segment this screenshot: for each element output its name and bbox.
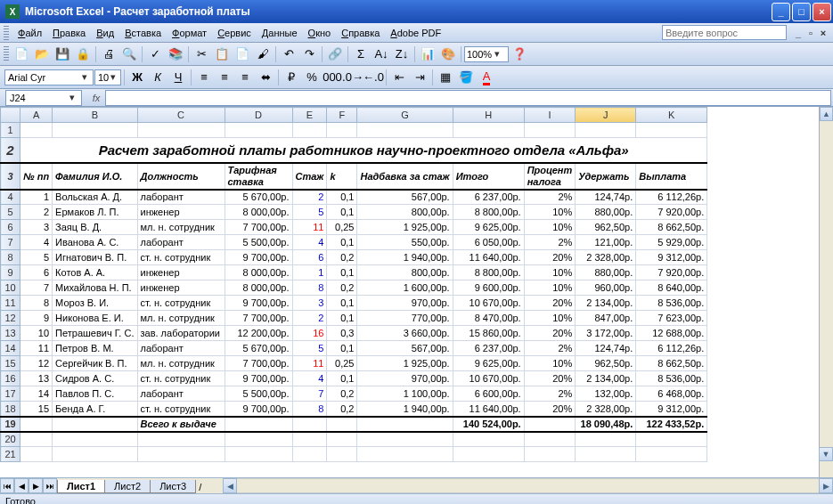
cell[interactable]: 567,00р. xyxy=(357,341,453,356)
cell[interactable]: 2% xyxy=(524,341,576,356)
cell[interactable]: 10% xyxy=(524,356,576,371)
cell[interactable]: 11 640,00р. xyxy=(453,402,524,417)
cell[interactable]: 0,1 xyxy=(327,235,357,250)
vertical-scrollbar[interactable]: ▲ ▼ xyxy=(819,107,833,477)
row-header[interactable]: 8 xyxy=(1,250,20,265)
cell[interactable]: 14 xyxy=(20,386,53,402)
cell[interactable] xyxy=(225,447,292,462)
row-header[interactable]: 19 xyxy=(1,417,20,432)
cell[interactable]: 5 500,00р. xyxy=(225,235,292,250)
align-left-button[interactable]: ≡ xyxy=(194,68,214,87)
doc-minimize-button[interactable]: _ xyxy=(792,28,804,38)
col-header-F[interactable]: F xyxy=(327,108,357,123)
scroll-left-button[interactable]: ◀ xyxy=(223,478,237,493)
cell[interactable]: 0,25 xyxy=(327,356,357,371)
sort-desc-button[interactable]: Z↓ xyxy=(392,45,412,64)
cell[interactable]: лаборант xyxy=(137,235,225,250)
cell[interactable]: Иванова А. С. xyxy=(53,235,137,250)
row-header[interactable]: 4 xyxy=(1,190,20,205)
cell[interactable]: 800,00р. xyxy=(357,205,453,220)
cell[interactable]: мл. н. сотрудник xyxy=(137,220,225,235)
cell[interactable]: Мороз В. И. xyxy=(53,296,137,311)
row-header[interactable]: 9 xyxy=(1,265,20,280)
cell[interactable]: 4 xyxy=(292,371,327,386)
total-label-cell[interactable]: Всего к выдаче xyxy=(137,417,225,432)
cell[interactable]: 0,25 xyxy=(327,220,357,235)
col-header-K[interactable]: K xyxy=(636,108,707,123)
font-name-combo[interactable]: Arial Cyr▾ xyxy=(4,69,94,85)
cell[interactable] xyxy=(137,432,225,447)
cell[interactable]: 1 xyxy=(20,190,53,205)
cell[interactable]: 8 536,00р. xyxy=(636,296,707,311)
title-cell[interactable]: Расчет заработной платы работников научн… xyxy=(20,138,707,163)
cell[interactable]: 7 920,00р. xyxy=(636,205,707,220)
row-header[interactable]: 6 xyxy=(1,220,20,235)
cell[interactable]: 124,74р. xyxy=(576,190,636,205)
redo-button[interactable]: ↷ xyxy=(299,45,319,64)
cell[interactable]: 8 800,00р. xyxy=(453,265,524,280)
cell[interactable]: 0,1 xyxy=(327,265,357,280)
sheet-tab-Лист2[interactable]: Лист2 xyxy=(104,480,151,493)
cell[interactable]: 10% xyxy=(524,220,576,235)
paste-button[interactable]: 📄 xyxy=(233,45,252,64)
undo-button[interactable]: ↶ xyxy=(279,45,298,64)
cell[interactable] xyxy=(327,447,357,462)
col-header-I[interactable]: I xyxy=(524,108,576,123)
cell[interactable] xyxy=(453,447,524,462)
cell[interactable]: 10% xyxy=(524,205,576,220)
cell[interactable]: ст. н. сотрудник xyxy=(137,296,225,311)
cell[interactable]: 9 625,00р. xyxy=(453,220,524,235)
tab-prev-button[interactable]: ◀ xyxy=(14,478,29,493)
tab-last-button[interactable]: ⏭ xyxy=(43,478,57,493)
menu-справка[interactable]: Справка xyxy=(336,25,385,41)
cell[interactable]: Ермаков Л. П. xyxy=(53,205,137,220)
total-cell[interactable]: 122 433,52р. xyxy=(636,417,707,432)
cell[interactable]: Павлов П. С. xyxy=(53,386,137,402)
col-header-G[interactable]: G xyxy=(357,108,453,123)
cell[interactable]: 1 600,00р. xyxy=(357,280,453,296)
cell[interactable] xyxy=(636,432,707,447)
new-button[interactable]: 📄 xyxy=(12,45,31,64)
cell[interactable]: 962,50р. xyxy=(576,356,636,371)
cell[interactable]: 9 700,00р. xyxy=(225,402,292,417)
menu-правка[interactable]: Правка xyxy=(47,25,91,41)
col-header-E[interactable]: E xyxy=(292,108,327,123)
cell[interactable]: ст. н. сотрудник xyxy=(137,371,225,386)
cell[interactable]: Сидров А. С. xyxy=(53,371,137,386)
cell[interactable]: 0,2 xyxy=(327,386,357,402)
cell[interactable]: 7 700,00р. xyxy=(225,311,292,326)
cell[interactable]: 7 xyxy=(292,386,327,402)
cell[interactable]: 2 xyxy=(292,190,327,205)
dec-decimal-button[interactable]: ←.0 xyxy=(363,68,383,87)
cell[interactable]: 10 670,00р. xyxy=(453,296,524,311)
cell[interactable] xyxy=(225,432,292,447)
cell[interactable]: 10% xyxy=(524,280,576,296)
cell[interactable]: 8 xyxy=(292,402,327,417)
cell[interactable]: 1 100,00р. xyxy=(357,386,453,402)
cell[interactable]: 1 925,00р. xyxy=(357,356,453,371)
row-header[interactable]: 5 xyxy=(1,205,20,220)
header-cell[interactable]: Процент налога xyxy=(524,163,576,190)
cell[interactable]: 16 xyxy=(292,326,327,341)
drawing-button[interactable]: 🎨 xyxy=(438,45,458,64)
header-cell[interactable]: k xyxy=(327,163,357,190)
scroll-right-button[interactable]: ▶ xyxy=(819,478,833,493)
row-header[interactable]: 7 xyxy=(1,235,20,250)
cell[interactable]: 8 xyxy=(20,296,53,311)
cell[interactable]: ст. н. сотрудник xyxy=(137,402,225,417)
sort-asc-button[interactable]: A↓ xyxy=(372,45,391,64)
header-cell[interactable]: Надбавка за стаж xyxy=(357,163,453,190)
borders-button[interactable]: ▦ xyxy=(436,68,455,87)
row-header[interactable]: 12 xyxy=(1,311,20,326)
cell[interactable]: инженер xyxy=(137,265,225,280)
currency-button[interactable]: ₽ xyxy=(282,68,301,87)
row-header[interactable]: 10 xyxy=(1,280,20,296)
spell-button[interactable]: ✓ xyxy=(145,45,165,64)
inc-decimal-button[interactable]: .0→ xyxy=(343,68,363,87)
cell[interactable]: 3 172,00р. xyxy=(576,326,636,341)
cell[interactable]: 9 700,00р. xyxy=(225,371,292,386)
cell[interactable]: лаборант xyxy=(137,341,225,356)
row-header[interactable]: 3 xyxy=(1,163,20,190)
cell[interactable]: 0,1 xyxy=(327,371,357,386)
cell[interactable] xyxy=(576,432,636,447)
